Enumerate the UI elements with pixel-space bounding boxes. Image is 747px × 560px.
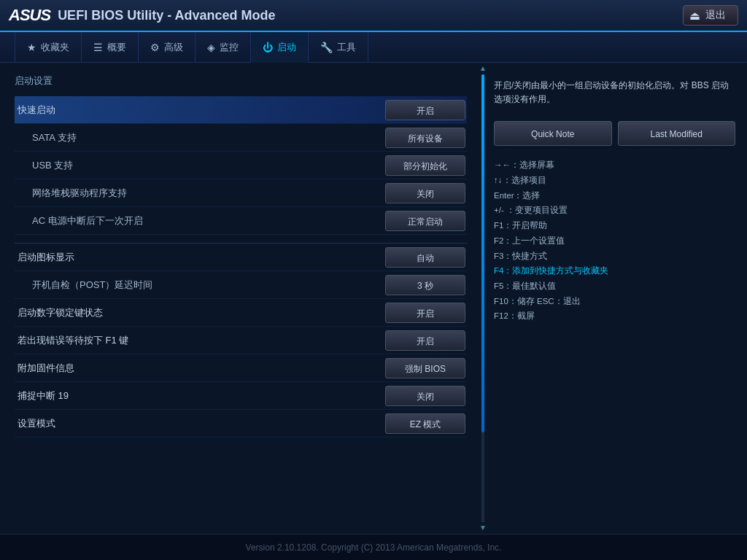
setting-value-sata[interactable]: 所有设备 [385,128,465,148]
setting-value-network[interactable]: 关闭 [385,183,465,203]
overview-icon: ☰ [93,42,103,53]
nav-label-advanced: 高级 [164,41,183,54]
key-hint-item: F12：截屏 [494,308,735,324]
key-hint-item: F4：添加到快捷方式与收藏夹 [494,263,735,279]
boot-icon: ⏻ [263,42,273,53]
table-row[interactable]: 设置模式 EZ 模式 [15,410,467,438]
setting-label-ac-power: AC 电源中断后下一次开启 [15,214,385,228]
exit-button[interactable]: ⏏ 退出 [683,5,738,26]
key-hint-item: F10：储存 ESC：退出 [494,294,735,309]
nav-label-boot: 启动 [277,41,296,54]
divider [15,235,467,244]
key-hint-item: →←：选择屏幕 [494,158,735,173]
scroll-up-arrow[interactable]: ▲ [479,63,487,74]
main-content: 启动设置 快速启动 开启 SATA 支持 所有设备 USB 支持 部分初始化 网… [0,63,747,534]
tools-icon: 🔧 [320,42,333,53]
table-row[interactable]: 快速启动 开启 [15,96,467,124]
table-row[interactable]: 网络堆栈驱动程序支持 关闭 [15,179,467,207]
key-hint-item: ↑↓：选择项目 [494,173,735,188]
table-row[interactable]: 附加固件信息 强制 BIOS [15,354,467,382]
nav-bar: ★ 收藏夹 ☰ 概要 ⚙ 高级 ◈ 监控 ⏻ 启动 🔧 工具 [0,32,747,63]
key-hint-item: +/- ：变更项目设置 [494,203,735,218]
nav-item-favorites[interactable]: ★ 收藏夹 [15,32,82,63]
key-hint-item: F3：快捷方式 [494,249,735,264]
scroll-indicator: ▲ ▼ [480,63,486,534]
nav-item-advanced[interactable]: ⚙ 高级 [139,32,196,63]
table-row[interactable]: AC 电源中断后下一次开启 正常启动 [15,207,467,235]
settings-table: 快速启动 开启 SATA 支持 所有设备 USB 支持 部分初始化 网络堆栈驱动… [15,96,467,438]
right-panel: 开启/关闭由最小的一组启动设备的初始化启动。对 BBS 启动选项没有作用。 Qu… [481,63,747,534]
nav-label-tools: 工具 [337,41,356,54]
setting-value-int19[interactable]: 关闭 [385,386,465,406]
action-buttons: Quick Note Last Modified [494,121,735,146]
monitor-icon: ◈ [207,42,215,53]
nav-label-monitor: 监控 [220,41,239,54]
setting-label-f1-wait: 若出现错误等待按下 F1 键 [15,334,385,347]
setting-value-f1-wait[interactable]: 开启 [385,330,465,351]
nav-item-monitor[interactable]: ◈ 监控 [196,32,251,63]
table-row[interactable]: SATA 支持 所有设备 [15,124,467,152]
scroll-thumb[interactable] [481,74,484,432]
section-title: 启动设置 [15,74,467,88]
scroll-track [481,74,484,522]
asus-logo: ASUS [9,6,50,25]
footer-text: Version 2.10.1208. Copyright (C) 2013 Am… [246,542,502,553]
header: ASUS UEFI BIOS Utility - Advanced Mode ⏏… [0,0,747,32]
header-title: UEFI BIOS Utility - Advanced Mode [58,8,275,23]
nav-item-overview[interactable]: ☰ 概要 [82,32,139,63]
table-row[interactable]: 启动图标显示 自动 [15,244,467,271]
setting-value-numlock[interactable]: 开启 [385,303,465,323]
setting-value-post-delay[interactable]: 3 秒 [385,275,465,295]
nav-label-favorites: 收藏夹 [41,41,69,54]
key-hint-item: F1：开启帮助 [494,218,735,233]
exit-icon: ⏏ [689,9,700,23]
setting-label-usb: USB 支持 [15,159,385,172]
setting-value-boot-logo[interactable]: 自动 [385,247,465,268]
setting-value-ac-power[interactable]: 正常启动 [385,211,465,231]
nav-item-tools[interactable]: 🔧 工具 [309,32,368,63]
table-row[interactable]: 捕捉中断 19 关闭 [15,382,467,410]
setting-label-setup-mode: 设置模式 [15,417,385,430]
exit-label: 退出 [705,9,726,22]
footer: Version 2.10.1208. Copyright (C) 2013 Am… [0,534,747,560]
setting-value-fast-boot[interactable]: 开启 [385,100,465,120]
scroll-down-arrow[interactable]: ▼ [479,522,487,534]
key-hint-item: F5：最佳默认值 [494,279,735,294]
setting-label-boot-logo: 启动图标显示 [15,251,385,264]
setting-value-setup-mode[interactable]: EZ 模式 [385,413,465,434]
nav-item-boot[interactable]: ⏻ 启动 [251,32,309,63]
setting-label-fast-boot: 快速启动 [15,104,385,117]
table-row[interactable]: 开机自检（POST）延迟时间 3 秒 [15,271,467,299]
setting-label-network: 网络堆栈驱动程序支持 [15,187,385,200]
table-row[interactable]: USB 支持 部分初始化 [15,152,467,179]
description-text: 开启/关闭由最小的一组启动设备的初始化启动。对 BBS 启动选项没有作用。 [494,71,735,106]
favorites-icon: ★ [27,42,36,53]
quick-note-button[interactable]: Quick Note [494,121,612,146]
setting-label-numlock: 启动数字锁定键状态 [15,306,385,319]
last-modified-button[interactable]: Last Modified [618,121,736,146]
advanced-icon: ⚙ [150,42,160,53]
setting-label-post-delay: 开机自检（POST）延迟时间 [15,279,385,292]
table-row[interactable]: 若出现错误等待按下 F1 键 开启 [15,327,467,354]
table-row[interactable]: 启动数字锁定键状态 开启 [15,299,467,327]
setting-label-firmware: 附加固件信息 [15,362,385,375]
key-hints: →←：选择屏幕 ↑↓：选择项目 Enter：选择 +/- ：变更项目设置 F1：… [494,158,735,324]
nav-label-overview: 概要 [107,41,126,54]
setting-value-usb[interactable]: 部分初始化 [385,155,465,176]
key-hint-item: Enter：选择 [494,188,735,203]
left-panel: 启动设置 快速启动 开启 SATA 支持 所有设备 USB 支持 部分初始化 网… [0,63,481,534]
key-hint-item: F2：上一个设置值 [494,233,735,249]
setting-label-int19: 捕捉中断 19 [15,389,385,402]
setting-value-firmware[interactable]: 强制 BIOS [385,358,465,378]
setting-label-sata: SATA 支持 [15,131,385,144]
